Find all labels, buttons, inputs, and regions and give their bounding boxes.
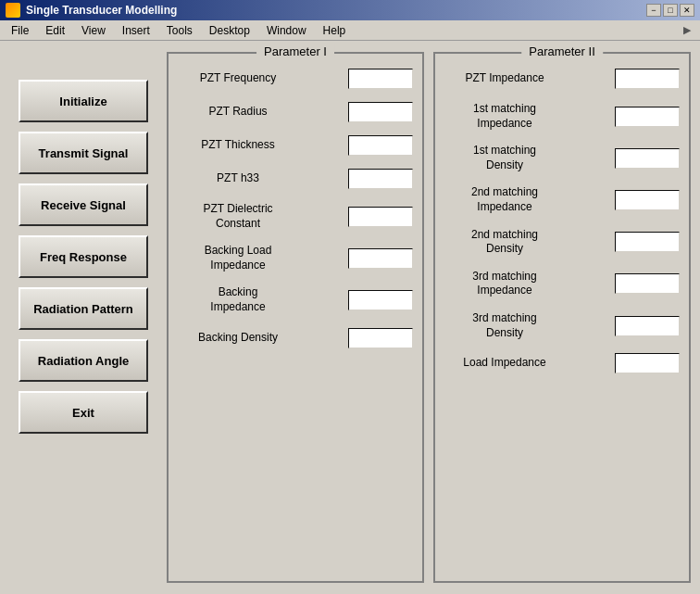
param-row-pzt-frequency: PZT Frequency (178, 69, 413, 89)
pzt-radius-input[interactable] (348, 102, 413, 122)
menu-arrow: ▶ (683, 24, 696, 36)
pzt-h33-input[interactable] (348, 169, 413, 189)
pzt-impedance-input[interactable] (615, 69, 680, 89)
first-matching-impedance-label: 1st matchingImpedance (444, 102, 565, 131)
first-matching-density-input[interactable] (615, 148, 680, 169)
app-icon (6, 3, 20, 18)
receive-signal-button[interactable]: Receive Signal (19, 183, 148, 226)
menu-file[interactable]: File (4, 22, 36, 39)
param-row-backing-density: Backing Density (178, 328, 413, 348)
second-matching-impedance-input[interactable] (615, 190, 680, 210)
menu-desktop[interactable]: Desktop (202, 22, 257, 39)
menu-view[interactable]: View (74, 22, 113, 39)
backing-density-input[interactable] (348, 328, 413, 348)
param-row-backing-load: Backing LoadImpedance (178, 244, 413, 272)
second-matching-impedance-label: 2nd matchingImpedance (444, 185, 565, 214)
parameter-1-panel: Parameter I PZT Frequency PZT Radius PZT… (167, 52, 424, 583)
param-row-second-matching-impedance: 2nd matchingImpedance (444, 185, 680, 214)
param-row-pzt-h33: PZT h33 (178, 169, 413, 189)
exit-button[interactable]: Exit (19, 391, 148, 434)
pzt-impedance-label: PZT Impedance (444, 71, 565, 86)
pzt-thickness-input[interactable] (348, 135, 413, 156)
initialize-button[interactable]: Initialize (19, 80, 148, 122)
menu-edit[interactable]: Edit (38, 22, 72, 39)
param-row-second-matching-density: 2nd matchingDensity (444, 228, 680, 257)
menu-tools[interactable]: Tools (159, 22, 200, 39)
param-row-first-matching-impedance: 1st matchingImpedance (444, 102, 680, 131)
pzt-h33-label: PZT h33 (178, 171, 298, 186)
param-row-third-matching-density: 3rd matchingDensity (444, 311, 680, 340)
transmit-signal-button[interactable]: Transmit Signal (19, 132, 148, 174)
pzt-radius-label: PZT Radius (178, 105, 298, 120)
main-content: Initialize Transmit Signal Receive Signa… (0, 41, 700, 594)
pzt-thickness-label: PZT Thickness (178, 138, 298, 153)
backing-load-input[interactable] (348, 248, 413, 269)
radiation-angle-button[interactable]: Radiation Angle (19, 339, 148, 382)
parameter-2-panel: Parameter II PZT Impedance 1st matchingI… (433, 52, 691, 583)
third-matching-density-label: 3rd matchingDensity (444, 311, 565, 340)
window-title: Single Transducer Modelling (26, 4, 177, 17)
title-bar-buttons[interactable]: − □ ✕ (646, 4, 694, 17)
menu-help[interactable]: Help (316, 22, 354, 39)
load-impedance-label: Load Impedance (444, 356, 565, 371)
menu-insert[interactable]: Insert (115, 22, 157, 39)
param-row-pzt-thickness: PZT Thickness (178, 135, 413, 156)
third-matching-impedance-input[interactable] (615, 273, 680, 294)
backing-impedance-label: BackingImpedance (178, 285, 298, 314)
param-row-pzt-radius: PZT Radius (178, 102, 413, 122)
panel2-title: Parameter II (521, 44, 603, 58)
param-row-backing-impedance: BackingImpedance (178, 285, 413, 314)
param-row-first-matching-density: 1st matchingDensity (444, 144, 680, 172)
minimize-button[interactable]: − (646, 4, 661, 17)
third-matching-impedance-label: 3rd matchingImpedance (444, 270, 565, 298)
radiation-pattern-button[interactable]: Radiation Pattern (19, 287, 148, 330)
param-row-third-matching-impedance: 3rd matchingImpedance (444, 270, 680, 298)
close-button[interactable]: ✕ (680, 4, 694, 17)
freq-response-button[interactable]: Freq Response (19, 235, 148, 278)
third-matching-density-input[interactable] (615, 316, 680, 336)
param-row-pzt-dielectric: PZT DielectricConstant (178, 202, 413, 231)
title-bar: Single Transducer Modelling − □ ✕ (0, 0, 700, 20)
menu-bar: File Edit View Insert Tools Desktop Wind… (0, 20, 700, 41)
menu-window[interactable]: Window (259, 22, 314, 39)
backing-impedance-input[interactable] (348, 290, 413, 310)
pzt-frequency-label: PZT Frequency (178, 71, 298, 86)
backing-load-label: Backing LoadImpedance (178, 244, 298, 272)
load-impedance-input[interactable] (615, 353, 680, 373)
maximize-button[interactable]: □ (663, 4, 678, 17)
param-row-load-impedance: Load Impedance (444, 353, 680, 373)
title-bar-left: Single Transducer Modelling (6, 3, 177, 18)
param-row-pzt-impedance: PZT Impedance (444, 69, 680, 89)
sidebar: Initialize Transmit Signal Receive Signa… (9, 52, 157, 583)
pzt-frequency-input[interactable] (348, 69, 413, 89)
panel1-title: Parameter I (256, 44, 334, 58)
panels-container: Parameter I PZT Frequency PZT Radius PZT… (167, 52, 691, 583)
second-matching-density-input[interactable] (615, 232, 680, 252)
second-matching-density-label: 2nd matchingDensity (444, 228, 565, 257)
pzt-dielectric-input[interactable] (348, 207, 413, 227)
first-matching-impedance-input[interactable] (615, 107, 680, 127)
first-matching-density-label: 1st matchingDensity (444, 144, 565, 172)
backing-density-label: Backing Density (178, 331, 298, 346)
pzt-dielectric-label: PZT DielectricConstant (178, 202, 298, 231)
